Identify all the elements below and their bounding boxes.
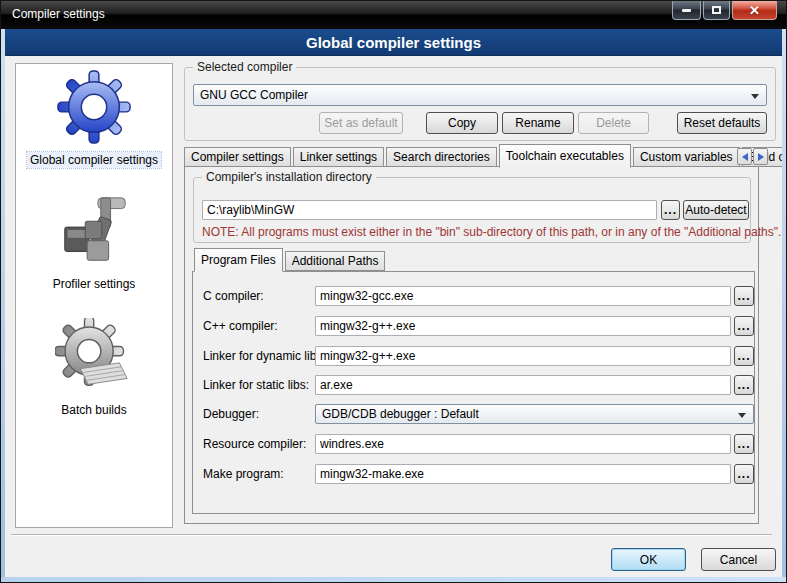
selected-compiler-group-label: Selected compiler (193, 60, 296, 74)
make-program-label: Make program: (203, 467, 284, 481)
resource-compiler-browse-button[interactable]: ... (734, 434, 754, 454)
window-frame-left (1, 29, 5, 582)
blue-gear-icon (55, 68, 133, 146)
cpp-compiler-input[interactable] (315, 316, 731, 336)
make-program-browse-button[interactable]: ... (734, 464, 754, 484)
chevron-down-icon (738, 413, 746, 418)
delete-button[interactable]: Delete (578, 112, 649, 134)
auto-detect-button[interactable]: Auto-detect (683, 200, 749, 220)
static-linker-input[interactable] (315, 375, 731, 395)
ok-button[interactable]: OK (611, 548, 686, 571)
static-linker-label: Linker for static libs: (203, 378, 309, 392)
footer-divider (11, 534, 772, 536)
page-title: Global compiler settings (306, 34, 481, 51)
rename-button[interactable]: Rename (502, 112, 574, 134)
window-frame-bottom (1, 577, 786, 582)
c-compiler-browse-button[interactable]: ... (734, 286, 754, 306)
tab-scroll-right-button[interactable] (753, 148, 768, 165)
tab-compiler-settings[interactable]: Compiler settings (184, 147, 291, 167)
sidebar-item-label: Batch builds (58, 402, 129, 418)
dynamic-linker-label: Linker for dynamic libs: (203, 349, 326, 363)
close-icon: ✕ (749, 4, 760, 17)
tab-custom-variables[interactable]: Custom variables (633, 147, 740, 167)
selected-compiler-value: GNU GCC Compiler (200, 88, 308, 102)
tab-search-directories[interactable]: Search directories (386, 147, 497, 167)
cpp-compiler-label: C++ compiler: (203, 319, 278, 333)
profiler-caliper-icon (55, 192, 133, 270)
close-button[interactable]: ✕ (732, 1, 777, 20)
toolchain-executables-panel: Compiler's installation directory ... Au… (184, 166, 759, 524)
maximize-icon (712, 6, 721, 14)
installation-note: NOTE: All programs must exist either in … (202, 225, 787, 239)
static-linker-browse-button[interactable]: ... (734, 375, 754, 395)
window-title: Compiler settings (12, 7, 105, 21)
arrow-right-icon (758, 153, 764, 161)
c-compiler-label: C compiler: (203, 289, 264, 303)
settings-sidebar: Global compiler settings Profiler settin… (15, 63, 173, 528)
subtab-additional-paths[interactable]: Additional Paths (285, 251, 386, 271)
subtab-program-files[interactable]: Program Files (194, 248, 283, 272)
sidebar-item-batch-builds[interactable]: Batch builds (55, 318, 133, 418)
set-as-default-button[interactable]: Set as default (319, 112, 403, 134)
sidebar-item-global-compiler-settings[interactable]: Global compiler settings (27, 68, 161, 168)
debugger-dropdown[interactable]: GDB/CDB debugger : Default (315, 404, 754, 424)
sidebar-item-profiler-settings[interactable]: Profiler settings (50, 192, 139, 292)
dynamic-linker-input[interactable] (315, 346, 731, 366)
sidebar-item-label: Profiler settings (50, 276, 139, 292)
dynamic-linker-browse-button[interactable]: ... (734, 346, 754, 366)
tab-linker-settings[interactable]: Linker settings (293, 147, 384, 167)
c-compiler-input[interactable] (315, 286, 731, 306)
titlebar[interactable]: Compiler settings ✕ (1, 1, 786, 29)
sidebar-item-label: Global compiler settings (27, 152, 161, 168)
tab-scroll-left-button[interactable] (737, 148, 752, 165)
program-files-panel: C compiler: ... C++ compiler: ... Linker… (192, 271, 755, 514)
reset-defaults-button[interactable]: Reset defaults (677, 112, 767, 134)
installation-directory-group-label: Compiler's installation directory (202, 170, 376, 184)
installation-path-input[interactable] (202, 200, 657, 220)
arrow-left-icon (742, 153, 748, 161)
gray-gear-stack-icon (55, 318, 133, 396)
resource-compiler-label: Resource compiler: (203, 437, 306, 451)
minimize-button[interactable] (672, 1, 701, 20)
dialog-header: Global compiler settings (2, 29, 785, 56)
resource-compiler-input[interactable] (315, 434, 731, 454)
programs-subtabbar: Program Files Additional Paths (194, 248, 387, 271)
cpp-compiler-browse-button[interactable]: ... (734, 316, 754, 336)
copy-button[interactable]: Copy (426, 112, 498, 134)
cancel-button[interactable]: Cancel (701, 548, 776, 571)
debugger-label: Debugger: (203, 407, 259, 421)
window-frame-right (782, 29, 786, 582)
settings-tabbar: Compiler settings Linker settings Search… (184, 143, 729, 167)
make-program-input[interactable] (315, 464, 731, 484)
compiler-settings-dialog: Compiler settings ✕ Global compiler sett… (0, 0, 787, 583)
tab-toolchain-executables[interactable]: Toolchain executables (499, 144, 631, 168)
minimize-icon (682, 9, 691, 12)
selected-compiler-dropdown[interactable]: GNU GCC Compiler (193, 84, 767, 106)
browse-directory-button[interactable]: ... (661, 200, 680, 220)
chevron-down-icon (751, 94, 759, 99)
maximize-button[interactable] (703, 1, 730, 20)
debugger-value: GDB/CDB debugger : Default (322, 407, 479, 421)
